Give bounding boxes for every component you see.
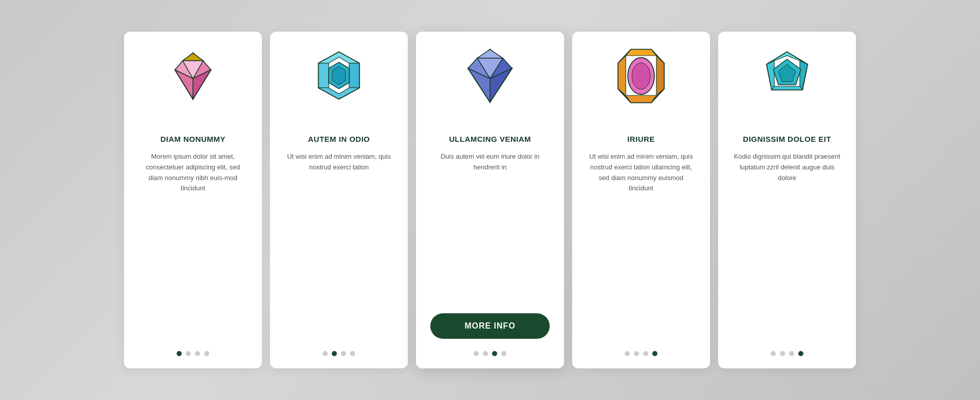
more-info-button[interactable]: MORE INFO bbox=[430, 313, 550, 339]
card-2-text: Ut wisi enim ad minim veniam, quis nostr… bbox=[284, 152, 394, 339]
svg-marker-15 bbox=[332, 66, 346, 85]
dot-inactive[interactable] bbox=[789, 351, 794, 356]
svg-marker-29 bbox=[626, 95, 656, 103]
dot-inactive[interactable] bbox=[634, 351, 639, 356]
dot-inactive[interactable] bbox=[798, 351, 803, 356]
card-2-icon bbox=[308, 48, 370, 104]
svg-point-31 bbox=[632, 63, 650, 89]
card-2-title: AUTEM IN ODIO bbox=[308, 135, 370, 143]
card-2-dots bbox=[323, 351, 355, 356]
svg-marker-19 bbox=[477, 49, 503, 58]
svg-marker-11 bbox=[318, 63, 329, 88]
card-3-title: ULLAMCING VENIAM bbox=[449, 135, 531, 143]
dot-inactive[interactable] bbox=[204, 351, 209, 356]
cards-container: DIAM NONUMMY Morem ipsum dolor sit amet,… bbox=[124, 32, 856, 368]
card-2: AUTEM IN ODIO Ut wisi enim ad minim veni… bbox=[270, 32, 408, 368]
card-4-title: IRIURE bbox=[627, 135, 655, 143]
svg-marker-36 bbox=[772, 86, 802, 90]
card-3: ULLAMCING VENIAM Duis autem vel eum iriu… bbox=[416, 32, 564, 368]
dot-inactive[interactable] bbox=[350, 351, 355, 356]
card-4-icon bbox=[610, 48, 672, 104]
svg-marker-13 bbox=[318, 88, 359, 99]
dot-active[interactable] bbox=[332, 351, 337, 356]
card-1-text: Morem ipsum dolor sit amet, consectetuer… bbox=[138, 152, 248, 339]
card-4-text: Ut wisi enim ad minim veniam, quis nostr… bbox=[586, 152, 696, 339]
card-5-dots bbox=[771, 351, 803, 356]
dot-inactive[interactable] bbox=[643, 351, 648, 356]
dot-active[interactable] bbox=[652, 351, 657, 356]
dot-inactive[interactable] bbox=[771, 351, 776, 356]
dot-inactive[interactable] bbox=[780, 351, 785, 356]
dot-inactive[interactable] bbox=[341, 351, 346, 356]
card-5-title: DIGNISSIM DOLOE EIT bbox=[743, 135, 831, 143]
card-1-title: DIAM NONUMMY bbox=[160, 135, 226, 143]
svg-marker-10 bbox=[318, 52, 359, 63]
dot-inactive[interactable] bbox=[483, 351, 488, 356]
card-3-text: Duis autem vel eum iriure dolor in hendr… bbox=[430, 152, 550, 301]
card-1-dots bbox=[177, 351, 209, 356]
svg-marker-3 bbox=[183, 53, 203, 61]
card-3-icon bbox=[459, 48, 521, 104]
card-5-icon bbox=[756, 48, 818, 104]
dot-inactive[interactable] bbox=[186, 351, 191, 356]
dot-inactive[interactable] bbox=[474, 351, 479, 356]
dot-active[interactable] bbox=[177, 351, 182, 356]
card-5: DIGNISSIM DOLOE EIT Kodio dignissim qui … bbox=[718, 32, 856, 368]
card-5-text: Kodio dignissim qui blandit praesent lup… bbox=[732, 152, 842, 339]
card-4: IRIURE Ut wisi enim ad minim veniam, qui… bbox=[572, 32, 710, 368]
dot-inactive[interactable] bbox=[195, 351, 200, 356]
card-3-dots bbox=[474, 351, 506, 356]
svg-marker-26 bbox=[626, 49, 656, 56]
dot-inactive[interactable] bbox=[501, 351, 506, 356]
card-1: DIAM NONUMMY Morem ipsum dolor sit amet,… bbox=[124, 32, 262, 368]
svg-marker-12 bbox=[349, 63, 359, 88]
dot-inactive[interactable] bbox=[323, 351, 328, 356]
card-4-dots bbox=[625, 351, 657, 356]
dot-inactive[interactable] bbox=[625, 351, 630, 356]
card-1-icon bbox=[162, 48, 224, 104]
dot-active[interactable] bbox=[492, 351, 497, 356]
